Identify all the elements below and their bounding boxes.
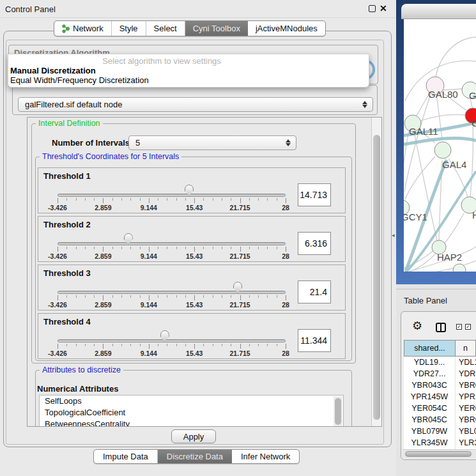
thresholds-group-label: Threshold's Coordinates for 5 Intervals: [40, 152, 181, 162]
cell-name[interactable]: YDL1: [456, 357, 476, 368]
threshold-3-value-field[interactable]: 21.4: [298, 280, 331, 303]
network-window-titlebar[interactable]: [401, 4, 476, 19]
slider-track[interactable]: [58, 242, 286, 245]
column-header-shared[interactable]: shared...: [404, 340, 456, 357]
checkbox-icon[interactable]: ✓: [465, 324, 471, 330]
threshold-2-value-field[interactable]: 6.316: [298, 232, 331, 255]
control-panel-titlebar: Control Panel ✕: [0, 0, 396, 18]
cell-shared[interactable]: YDL19...: [404, 357, 456, 368]
node-label-partial-c: C: [472, 118, 476, 128]
column-header-name[interactable]: n: [456, 340, 476, 357]
node-label-partial-g: G: [469, 90, 476, 101]
apply-button[interactable]: Apply: [171, 429, 216, 443]
checkbox-icon[interactable]: ✓: [456, 324, 462, 330]
tab-network[interactable]: Network: [54, 21, 112, 36]
tab-impute-data[interactable]: Impute Data: [94, 450, 158, 463]
network-canvas[interactable]: GAL80 G C GAL11 GAL4 GCY1 H HAP2: [404, 19, 476, 272]
horizontal-scrollbar[interactable]: [403, 449, 476, 458]
tab-label: Network: [73, 24, 104, 33]
threshold-4-panel: Threshold 4 -3.426 2.859 9.144 15.43 21.…: [38, 313, 346, 359]
tick-label: 2.859: [95, 204, 111, 211]
tab-jactivemnodules[interactable]: jActiveMNodules: [248, 21, 325, 36]
gear-icon[interactable]: ⚙: [412, 320, 422, 332]
cell-shared[interactable]: YBR043C: [404, 380, 456, 391]
list-item[interactable]: TopologicalCoefficient: [40, 407, 343, 418]
tick-label: 9.144: [141, 204, 157, 211]
node-gal4[interactable]: [434, 142, 451, 158]
tick-label: 9.144: [141, 252, 157, 260]
list-scrollbar[interactable]: [334, 396, 342, 427]
stepper-arrows-icon: [286, 139, 291, 147]
cell-shared[interactable]: YER054C: [404, 403, 456, 414]
tick-label: 2.859: [95, 301, 111, 309]
tick-label: 2.859: [95, 349, 111, 357]
tick-label: 28: [282, 301, 289, 309]
slider-track[interactable]: [58, 291, 286, 294]
node-label-gal11: GAL11: [409, 126, 438, 137]
threshold-2-slider: -3.426 2.859 9.144 15.43 21.715 28: [58, 233, 286, 261]
cell-name[interactable]: YDR2: [456, 368, 476, 380]
cell-name[interactable]: YLR3: [456, 437, 476, 449]
column-layout-icon[interactable]: [436, 323, 446, 332]
list-scrollbar-thumb[interactable]: [335, 398, 341, 425]
list-item[interactable]: BetweennessCentrality: [40, 418, 343, 427]
table-header-row: shared... n: [404, 340, 476, 357]
node-label-gal80: GAL80: [428, 89, 458, 100]
slider-track[interactable]: [58, 194, 286, 197]
tab-label: Impute Data: [103, 452, 148, 461]
tab-cyni-toolbox[interactable]: Cyni Toolbox: [185, 21, 248, 36]
dropdown-option-manual[interactable]: Manual Discretization: [10, 66, 96, 75]
network-icon: [62, 24, 70, 33]
cell-shared[interactable]: YBR045C: [404, 414, 456, 426]
threshold-4-value-field[interactable]: 11.344: [298, 329, 331, 352]
list-item[interactable]: SelfLoops: [40, 395, 343, 407]
vertical-scrollbar[interactable]: [371, 118, 381, 426]
slider-ticks: [58, 295, 286, 300]
stepper-arrows-icon: [362, 100, 368, 109]
vertical-scrollbar-thumb[interactable]: [373, 135, 380, 420]
tab-label: Infer Network: [241, 452, 290, 461]
cell-shared[interactable]: YLR345W: [404, 437, 456, 449]
tick-label: -3.426: [48, 349, 67, 357]
cell-shared[interactable]: YBL079W: [404, 426, 456, 437]
table-row[interactable]: YLR345WYLR3: [404, 437, 476, 449]
table-row[interactable]: YER054CYER0: [404, 403, 476, 414]
table-panel-header: Table Panel: [396, 289, 476, 311]
tab-discretize-data[interactable]: Discretize Data: [158, 450, 232, 463]
cell-name[interactable]: YBL0: [456, 426, 476, 437]
table-row[interactable]: YPR145WYPR1: [404, 391, 476, 403]
table-row[interactable]: YBR045CYBR0: [404, 414, 476, 426]
table-row[interactable]: YBR043CYBR0: [404, 380, 476, 391]
table-row[interactable]: YDR27...YDR2: [404, 368, 476, 380]
tick-label: 28: [282, 204, 289, 211]
cell-shared[interactable]: YDR27...: [404, 368, 456, 380]
tick-label: 15.43: [186, 204, 203, 211]
threshold-1-value-field[interactable]: 14.713: [298, 183, 331, 206]
top-tab-strip: Network Style Select Cyni Toolbox jActiv…: [54, 20, 326, 36]
threshold-2-label: Threshold 2: [43, 220, 91, 229]
tab-infer-network[interactable]: Infer Network: [232, 450, 299, 463]
slider-track[interactable]: [58, 339, 286, 342]
table-row[interactable]: YBL079WYBL0: [404, 426, 476, 437]
node-label-gcy1: GCY1: [404, 211, 427, 222]
panel-divider-arrow[interactable]: ◂: [392, 232, 395, 238]
cell-name[interactable]: YBR0: [456, 380, 476, 391]
table-data-value: galFiltered.sif default node: [25, 100, 122, 109]
table-data-combobox[interactable]: galFiltered.sif default node: [18, 97, 373, 112]
cell-name[interactable]: YER0: [456, 403, 476, 414]
horizontal-scrollbar-thumb[interactable]: [405, 451, 472, 457]
threshold-1-slider: -3.426 2.859 9.144 15.43 21.715 28: [58, 185, 286, 213]
cell-name[interactable]: YPR1: [456, 391, 476, 403]
number-of-intervals-combobox[interactable]: 5: [128, 135, 296, 150]
close-icon[interactable]: ✕: [380, 3, 387, 13]
tab-select[interactable]: Select: [146, 21, 185, 36]
float-window-icon[interactable]: [369, 5, 376, 12]
dropdown-option-equal-width[interactable]: Equal Width/Frequency Discretization: [10, 75, 149, 85]
cell-name[interactable]: YBR0: [456, 414, 476, 426]
screen: Control Panel ✕ Network Style Select Cyn…: [0, 0, 476, 476]
table-row[interactable]: YDL19...YDL1: [404, 357, 476, 368]
tab-style[interactable]: Style: [112, 21, 146, 36]
tick-label: 9.144: [141, 301, 157, 309]
algorithm-dropdown-popup: Select algorithm to view settings Manual…: [8, 54, 369, 88]
cell-shared[interactable]: YPR145W: [404, 391, 456, 403]
